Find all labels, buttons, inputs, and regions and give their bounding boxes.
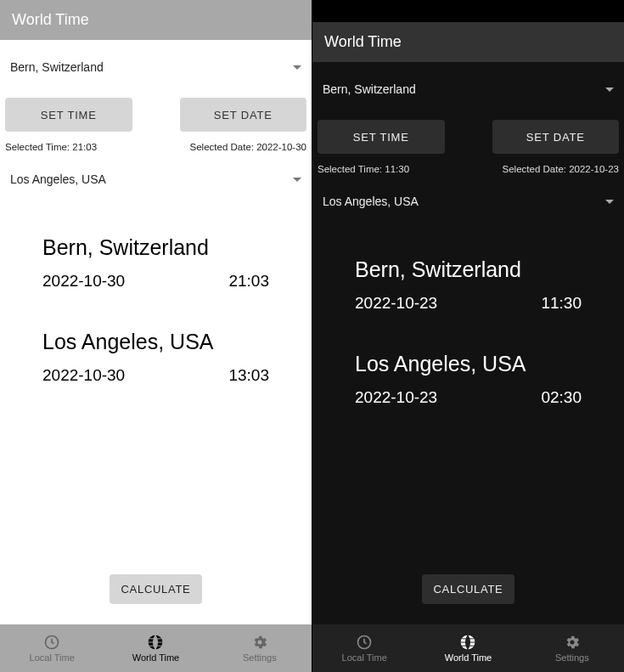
chevron-down-icon	[293, 178, 301, 182]
target-city-value: Los Angeles, USA	[10, 172, 106, 186]
selected-date-label: Selected Date: 2022-10-30	[190, 142, 306, 152]
result-row: 2022-10-30 13:03	[42, 366, 269, 385]
result-city: Bern, Switzerland	[42, 235, 269, 260]
header-title: World Time	[12, 11, 89, 29]
result-row: 2022-10-23 11:30	[355, 294, 582, 313]
nav-label: Settings	[555, 652, 589, 663]
chevron-down-icon	[293, 65, 301, 70]
button-row: SET TIME SET DATE	[318, 120, 619, 154]
status-bar	[312, 0, 624, 22]
results: Bern, Switzerland 2022-10-30 21:03 Los A…	[5, 235, 306, 424]
globe-icon	[147, 634, 164, 651]
result-time: 21:03	[228, 272, 269, 291]
clock-icon	[356, 634, 373, 651]
target-city-dropdown[interactable]: Los Angeles, USA	[318, 184, 619, 218]
result-time: 13:03	[228, 366, 269, 385]
selected-time-label: Selected Time: 11:30	[318, 164, 409, 174]
result-block-target: Los Angeles, USA 2022-10-23 02:30	[355, 352, 582, 407]
result-block-target: Los Angeles, USA 2022-10-30 13:03	[42, 330, 269, 385]
result-time: 11:30	[541, 294, 582, 313]
header-title: World Time	[324, 33, 402, 51]
set-date-button[interactable]: SET DATE	[180, 98, 307, 132]
result-row: 2022-10-23 02:30	[355, 388, 582, 407]
chevron-down-icon	[605, 200, 614, 204]
results: Bern, Switzerland 2022-10-23 11:30 Los A…	[318, 257, 619, 446]
selection-summary: Selected Time: 21:03 Selected Date: 2022…	[5, 142, 306, 152]
body: Bern, Switzerland SET TIME SET DATE Sele…	[312, 62, 624, 624]
result-date: 2022-10-23	[355, 388, 437, 407]
body: Bern, Switzerland SET TIME SET DATE Sele…	[0, 40, 312, 624]
calculate-wrap: CALCULATE	[5, 574, 306, 604]
nav-settings[interactable]: Settings	[208, 624, 312, 672]
nav-world-time[interactable]: World Time	[104, 624, 207, 672]
nav-world-time[interactable]: World Time	[416, 624, 520, 672]
calculate-wrap: CALCULATE	[318, 574, 619, 604]
nav-label: Local Time	[30, 652, 75, 663]
app-header: World Time	[312, 22, 624, 62]
result-block-source: Bern, Switzerland 2022-10-30 21:03	[42, 235, 269, 291]
result-city: Bern, Switzerland	[355, 257, 582, 282]
source-city-dropdown[interactable]: Bern, Switzerland	[5, 50, 306, 84]
result-date: 2022-10-23	[355, 294, 437, 313]
nav-settings[interactable]: Settings	[520, 624, 624, 672]
selected-date-label: Selected Date: 2022-10-23	[503, 164, 619, 174]
source-city-value: Bern, Switzerland	[323, 82, 416, 96]
target-city-value: Los Angeles, USA	[323, 195, 419, 208]
result-block-source: Bern, Switzerland 2022-10-23 11:30	[355, 257, 582, 313]
result-date: 2022-10-30	[42, 272, 125, 291]
nav-local-time[interactable]: Local Time	[312, 624, 416, 672]
selected-time-label: Selected Time: 21:03	[5, 142, 97, 152]
nav-local-time[interactable]: Local Time	[0, 624, 104, 672]
result-city: Los Angeles, USA	[42, 330, 269, 354]
set-time-button[interactable]: SET TIME	[318, 120, 445, 154]
nav-label: Local Time	[342, 652, 387, 663]
chevron-down-icon	[605, 88, 614, 92]
bottom-nav: Local Time World Time Settings	[312, 624, 624, 672]
result-time: 02:30	[541, 388, 582, 407]
result-row: 2022-10-30 21:03	[42, 272, 269, 291]
set-date-button[interactable]: SET DATE	[492, 120, 620, 154]
result-date: 2022-10-30	[42, 366, 125, 385]
globe-icon	[459, 634, 476, 651]
nav-label: Settings	[243, 652, 277, 663]
selection-summary: Selected Time: 11:30 Selected Date: 2022…	[318, 164, 619, 174]
nav-label: World Time	[445, 652, 492, 663]
source-city-value: Bern, Switzerland	[10, 60, 104, 74]
bottom-nav: Local Time World Time Settings	[0, 624, 312, 672]
result-city: Los Angeles, USA	[355, 352, 582, 376]
clock-icon	[43, 634, 60, 651]
calculate-button[interactable]: CALCULATE	[422, 574, 515, 604]
dark-theme-pane: World Time Bern, Switzerland SET TIME SE…	[312, 0, 624, 672]
nav-label: World Time	[132, 652, 179, 663]
source-city-dropdown[interactable]: Bern, Switzerland	[318, 72, 619, 106]
set-time-button[interactable]: SET TIME	[5, 98, 132, 132]
light-theme-pane: World Time Bern, Switzerland SET TIME SE…	[0, 0, 312, 672]
calculate-button[interactable]: CALCULATE	[110, 574, 203, 604]
button-row: SET TIME SET DATE	[5, 98, 306, 132]
app-header: World Time	[0, 0, 312, 40]
gear-icon	[251, 634, 268, 651]
target-city-dropdown[interactable]: Los Angeles, USA	[5, 162, 306, 196]
gear-icon	[564, 634, 581, 651]
